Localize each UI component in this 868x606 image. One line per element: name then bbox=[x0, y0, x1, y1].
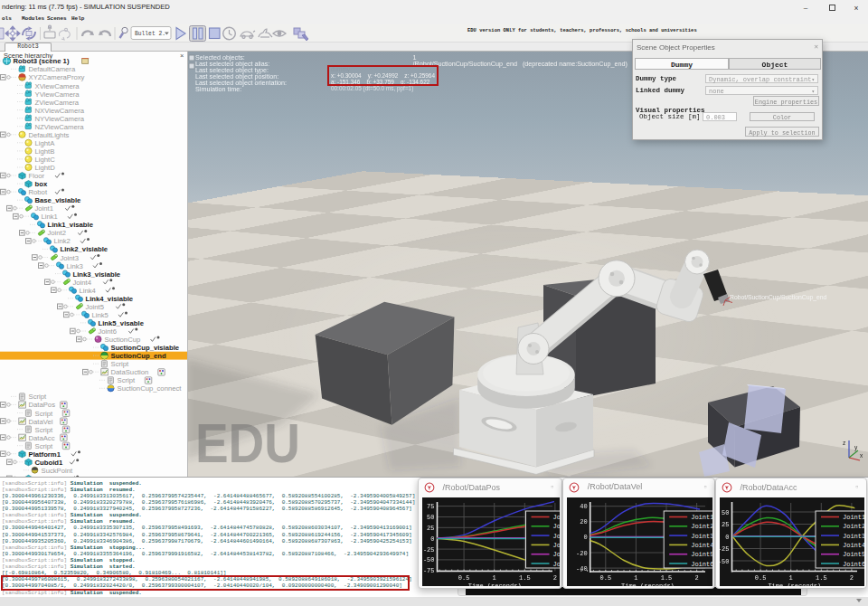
svg-text:x: x bbox=[860, 452, 863, 459]
svg-text:Joint1: Joint1 bbox=[35, 204, 54, 213]
svg-text:Joint2 (deg: Joint2 (deg bbox=[552, 523, 560, 530]
svg-text:XViewCamera: XViewCamera bbox=[35, 82, 80, 90]
svg-text:Joint2 (d: Joint2 (d bbox=[691, 523, 712, 530]
svg-text:Joint2 (deg: Joint2 (deg bbox=[843, 523, 864, 530]
svg-text:50: 50 bbox=[722, 509, 729, 516]
svg-text:Joint3 (deg: Joint3 (deg bbox=[552, 533, 560, 540]
svg-text:Joint3: Joint3 bbox=[61, 254, 80, 262]
svg-text:-75: -75 bbox=[422, 567, 434, 574]
svg-text:NZViewCamera: NZViewCamera bbox=[35, 123, 85, 131]
svg-text:Link1_visable: Link1_visable bbox=[48, 221, 94, 229]
svg-text:75: 75 bbox=[427, 503, 434, 510]
svg-text:Robot: Robot bbox=[29, 188, 48, 196]
svg-text:SuctionCup_end: SuctionCup_end bbox=[111, 352, 166, 360]
svg-text:-25: -25 bbox=[720, 545, 730, 553]
svg-text:SuctionCup_visiable: SuctionCup_visiable bbox=[111, 344, 180, 352]
svg-text:40: 40 bbox=[580, 503, 587, 510]
svg-text:Joint2: Joint2 bbox=[48, 229, 67, 237]
svg-text:Time (seconds): Time (seconds) bbox=[467, 582, 521, 587]
svg-text:DataAcc: DataAcc bbox=[29, 434, 55, 442]
svg-text:25: 25 bbox=[427, 525, 434, 532]
svg-text:box: box bbox=[35, 180, 48, 188]
svg-text:Script: Script bbox=[111, 360, 130, 368]
svg-text:Joint1 (deg: Joint1 (deg bbox=[552, 514, 560, 521]
svg-text:Script: Script bbox=[35, 442, 54, 450]
svg-text:1: 1 bbox=[492, 574, 495, 582]
svg-text:25: 25 bbox=[722, 521, 729, 528]
svg-text:0.5: 0.5 bbox=[754, 574, 766, 582]
svg-text:Joint5 (deg: Joint5 (deg bbox=[552, 551, 560, 558]
svg-text:Time (seconds): Time (seconds) bbox=[621, 582, 675, 586]
svg-text:Joint6 (d: Joint6 (d bbox=[691, 560, 712, 567]
svg-text:0.5: 0.5 bbox=[458, 574, 469, 582]
svg-text:Bullet 2.: Bullet 2. bbox=[135, 31, 165, 37]
svg-text:-25: -25 bbox=[422, 546, 434, 554]
svg-text:Cuboid1: Cuboid1 bbox=[35, 459, 63, 467]
svg-text:Joint4 (d: Joint4 (d bbox=[691, 541, 712, 548]
svg-text:Joint4: Joint4 bbox=[73, 279, 92, 287]
svg-text:50: 50 bbox=[427, 514, 434, 521]
svg-text:20: 20 bbox=[580, 518, 587, 526]
svg-text:Base_visiable: Base_visiable bbox=[35, 196, 82, 204]
svg-text:DefaultLights: DefaultLights bbox=[29, 131, 70, 139]
svg-text:Robot/SuctionCup/SuctionCup_en: Robot/SuctionCup/SuctionCup_end bbox=[730, 294, 827, 301]
svg-text:Link5_visable: Link5_visable bbox=[99, 319, 145, 327]
svg-text:1: 1 bbox=[788, 574, 792, 582]
svg-text:Link4: Link4 bbox=[80, 287, 97, 295]
svg-text:Script: Script bbox=[35, 426, 54, 434]
svg-text:1.5: 1.5 bbox=[660, 574, 672, 582]
svg-text:Joint5 (d: Joint5 (d bbox=[691, 551, 712, 558]
svg-text:Joint4 (deg: Joint4 (deg bbox=[843, 542, 864, 549]
svg-text:Time (seconds): Time (seconds) bbox=[768, 582, 821, 587]
svg-text:1: 1 bbox=[634, 574, 637, 582]
svg-text:Link3_visiable: Link3_visiable bbox=[73, 270, 121, 279]
svg-text:2: 2 bbox=[694, 574, 698, 582]
svg-text:Joint6 (deg: Joint6 (deg bbox=[843, 561, 864, 568]
svg-text:Script: Script bbox=[35, 410, 54, 418]
svg-text:Link1: Link1 bbox=[42, 213, 58, 221]
svg-text:0: 0 bbox=[725, 534, 729, 541]
svg-text:Link2: Link2 bbox=[54, 237, 71, 245]
svg-text:z: z bbox=[843, 440, 845, 446]
svg-text:SuctionCup_connect: SuctionCup_connect bbox=[118, 384, 183, 393]
svg-text:Joint1 (deg: Joint1 (deg bbox=[843, 514, 864, 521]
svg-text:-50: -50 bbox=[720, 558, 730, 565]
svg-text:-50: -50 bbox=[422, 556, 434, 563]
svg-text:-40: -40 bbox=[576, 564, 588, 572]
svg-text:-20: -20 bbox=[576, 549, 588, 556]
svg-text:SuctionCup: SuctionCup bbox=[105, 336, 141, 344]
svg-text:2: 2 bbox=[552, 574, 556, 582]
svg-text:Joint6: Joint6 bbox=[99, 327, 118, 336]
svg-text:LightD: LightD bbox=[35, 164, 56, 172]
svg-text:YViewCamera: YViewCamera bbox=[35, 90, 80, 99]
svg-text:0: 0 bbox=[430, 535, 434, 543]
svg-text:Joint6 (deg: Joint6 (deg bbox=[552, 561, 560, 568]
svg-text:LightC: LightC bbox=[35, 156, 56, 164]
svg-text:Joint5: Joint5 bbox=[86, 303, 105, 311]
svg-text:Script: Script bbox=[118, 376, 137, 384]
svg-text:ZViewCamera: ZViewCamera bbox=[35, 99, 80, 107]
svg-text:DataSuction: DataSuction bbox=[111, 368, 149, 376]
svg-text:Platform1: Platform1 bbox=[29, 450, 61, 459]
svg-text:Joint1 (d: Joint1 (d bbox=[691, 514, 712, 521]
svg-text:SuckPoint: SuckPoint bbox=[42, 467, 73, 475]
svg-text:Link4_visiable: Link4_visiable bbox=[86, 295, 134, 303]
svg-text:Joint5 (deg: Joint5 (deg bbox=[843, 551, 864, 558]
svg-text:LightB: LightB bbox=[35, 147, 55, 156]
svg-text:Joint3 (d: Joint3 (d bbox=[691, 532, 712, 539]
svg-text:XYZCameraProxy: XYZCameraProxy bbox=[29, 73, 85, 81]
svg-text:Script: Script bbox=[29, 393, 48, 401]
svg-text:Robot3 (scene 1): Robot3 (scene 1) bbox=[14, 58, 70, 65]
svg-text:DataVel: DataVel bbox=[29, 418, 53, 426]
svg-text:NYViewCamera: NYViewCamera bbox=[35, 115, 85, 123]
svg-text:LightA: LightA bbox=[35, 139, 56, 147]
svg-text:Joint3 (deg: Joint3 (deg bbox=[843, 533, 864, 540]
svg-text:Joint4 (deg: Joint4 (deg bbox=[552, 542, 560, 549]
svg-text:1.5: 1.5 bbox=[815, 574, 826, 582]
svg-text:0: 0 bbox=[583, 534, 587, 541]
svg-text:Link3: Link3 bbox=[67, 262, 83, 270]
svg-text:DefaultCamera: DefaultCamera bbox=[29, 65, 76, 73]
svg-text:2: 2 bbox=[849, 574, 853, 582]
svg-text:Floor: Floor bbox=[29, 172, 45, 180]
svg-text:Link5: Link5 bbox=[92, 311, 108, 319]
